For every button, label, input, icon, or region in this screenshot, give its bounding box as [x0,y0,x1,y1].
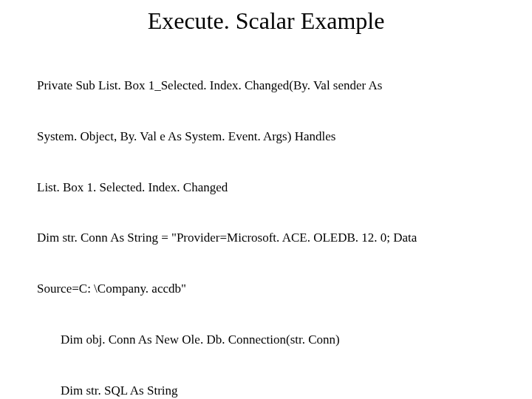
code-line: Dim str. SQL As String [37,383,495,399]
code-line: Source=C: \Company. accdb" [37,281,495,298]
slide: Execute. Scalar Example Private Sub List… [0,0,532,399]
slide-title: Execute. Scalar Example [37,7,495,35]
code-line: System. Object, By. Val e As System. Eve… [37,129,495,146]
code-line: List. Box 1. Selected. Index. Changed [37,180,495,197]
code-line: Private Sub List. Box 1_Selected. Index.… [37,78,495,95]
code-line: Dim str. Conn As String = "Provider=Micr… [37,230,495,247]
code-block: Private Sub List. Box 1_Selected. Index.… [37,44,495,399]
code-line: Dim obj. Conn As New Ole. Db. Connection… [37,332,495,349]
